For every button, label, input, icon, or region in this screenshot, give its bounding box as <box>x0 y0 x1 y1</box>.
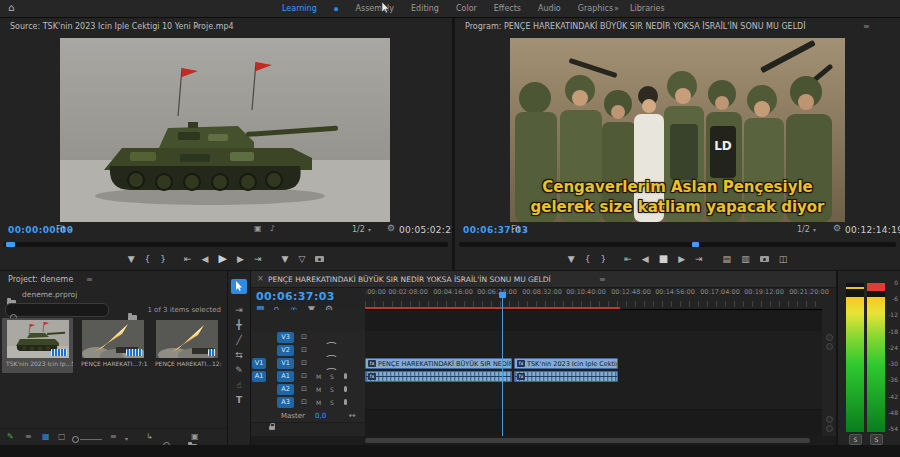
sync-lock-icon[interactable]: ⊡ <box>301 333 307 341</box>
track-target-v3[interactable]: V3 <box>277 332 294 343</box>
hand-tool[interactable]: ☝ <box>228 380 250 390</box>
source-patch-v1[interactable]: V1 <box>252 358 266 369</box>
new-bin-button[interactable] <box>188 444 197 445</box>
step-forward-button[interactable]: ▶ <box>678 253 685 265</box>
new-item-button[interactable]: ▣ <box>191 432 199 441</box>
go-to-out-button[interactable]: ⇥ <box>695 253 703 265</box>
lock-icon[interactable] <box>269 426 275 430</box>
slip-tool[interactable]: ⇆ <box>228 350 250 360</box>
go-to-in-button[interactable]: ⇤ <box>184 253 192 265</box>
ripple-edit-tool[interactable]: ╋ <box>228 320 250 330</box>
project-item-sequence[interactable]: PENÇE HAREKATI...12:14:19 <box>151 318 222 373</box>
vscroll-handle-dot[interactable] <box>826 425 833 432</box>
sort-icon[interactable]: ≡ <box>110 432 117 441</box>
mute-button[interactable]: M <box>316 373 321 380</box>
project-writable-icon[interactable]: ✎ <box>7 432 14 441</box>
source-scrubber[interactable] <box>4 242 448 247</box>
mute-button[interactable]: M <box>316 399 321 406</box>
go-to-out-button[interactable]: ⇥ <box>254 253 262 265</box>
type-tool[interactable]: T <box>228 395 250 405</box>
playhead-line[interactable] <box>502 297 503 436</box>
program-panel-menu-icon[interactable]: ≡ <box>863 22 870 31</box>
step-back-button[interactable]: ◀ <box>202 253 209 265</box>
tab-libraries[interactable]: Libraries <box>630 4 665 13</box>
solo-button[interactable]: S <box>330 399 334 406</box>
tab-learning[interactable]: Learning <box>282 4 317 13</box>
timeline-panel-menu-icon[interactable]: ≡ <box>599 275 606 284</box>
program-video-display[interactable]: LD Cengaverlerim Aslan Pençesiyle gelere… <box>510 38 845 222</box>
tab-editing[interactable]: Editing <box>411 4 439 13</box>
tab-graphics[interactable]: Graphics <box>578 4 613 13</box>
solo-button[interactable]: S <box>330 373 334 380</box>
project-item-tank[interactable]: TSK'nin 2023 Icin Ip...5:02:22 <box>2 318 73 373</box>
timeline-clip-video-2[interactable]: fx TSK'nin 2023 Icin Iple Cektigi 10 Yen… <box>514 358 618 369</box>
source-patch-a1[interactable]: A1 <box>252 371 266 382</box>
program-scrubber[interactable] <box>459 242 896 247</box>
pen-tool[interactable]: ✎ <box>228 365 250 375</box>
voiceover-mic-icon[interactable] <box>344 373 347 379</box>
mark-out-button[interactable]: } <box>600 253 606 265</box>
master-gain-value[interactable]: 0,0 <box>315 412 326 420</box>
zoom-slider-track[interactable] <box>80 439 102 440</box>
vscroll-handle-dot[interactable] <box>826 334 833 341</box>
step-back-button[interactable]: ◀ <box>642 253 649 265</box>
home-icon[interactable]: ⌂ <box>8 2 14 13</box>
solo-left-button[interactable]: S <box>849 434 862 445</box>
drag-video-icon[interactable]: ▣ <box>254 224 262 233</box>
tab-color[interactable]: Color <box>456 4 477 13</box>
razor-tool[interactable]: ╱ <box>228 335 250 345</box>
export-frame-icon[interactable] <box>315 256 324 262</box>
icon-view-button[interactable]: ▦ <box>42 432 50 441</box>
tab-audio[interactable]: Audio <box>538 4 561 13</box>
sync-lock-icon[interactable]: ⊡ <box>301 372 307 380</box>
freeform-view-button[interactable]: ▢ <box>58 432 66 441</box>
drag-audio-icon[interactable]: ♪ <box>270 224 275 233</box>
track-target-a2[interactable]: A2 <box>277 384 294 395</box>
comparison-view-button[interactable]: ◫ <box>779 253 788 265</box>
program-playhead-marker[interactable] <box>692 242 699 247</box>
mute-button[interactable]: M <box>316 386 321 393</box>
sequence-tab-title[interactable]: PENÇE HAREKATINDAKİ BÜYÜK SIR NEDİR YOKS… <box>268 275 551 284</box>
extract-button[interactable]: ▥ <box>741 253 750 265</box>
source-settings-wrench-icon[interactable]: ⚙ <box>387 223 395 233</box>
sync-lock-icon[interactable]: ⊡ <box>301 359 307 367</box>
workspace-overflow-chevron[interactable]: » <box>614 4 619 13</box>
lift-button[interactable]: ▤ <box>723 253 732 265</box>
source-resolution-select[interactable]: 1/2▾ <box>352 225 371 234</box>
project-breadcrumb[interactable]: deneme.prproj <box>22 290 77 299</box>
track-target-v2[interactable]: V2 <box>277 345 294 356</box>
project-search-input[interactable] <box>5 303 109 317</box>
insert-button[interactable]: ▼ <box>281 253 288 265</box>
program-settings-wrench-icon[interactable]: ⚙ <box>833 223 841 233</box>
mark-in-button[interactable]: { <box>145 253 151 265</box>
add-marker-button[interactable]: ▼ <box>568 253 575 265</box>
export-frame-icon[interactable] <box>760 256 769 262</box>
solo-right-button[interactable]: S <box>870 434 883 445</box>
source-video-display[interactable] <box>60 38 390 222</box>
go-to-in-button[interactable]: ⇤ <box>624 253 632 265</box>
timeline-timecode[interactable]: 00:06:37:03 <box>256 290 335 303</box>
program-zoom-select[interactable]: Fit▾ <box>511 225 526 234</box>
hscroll-handle[interactable] <box>365 438 810 443</box>
fit-horizontal-icon[interactable]: ↔ <box>349 411 356 420</box>
vscroll-handle-dot[interactable] <box>826 343 833 350</box>
step-forward-button[interactable]: ▶ <box>237 253 244 265</box>
track-target-a1[interactable]: A1 <box>277 371 294 382</box>
zoom-slider-handle[interactable] <box>72 436 79 443</box>
find-button[interactable] <box>163 442 170 445</box>
timeline-clip-video-1[interactable]: fx PENÇE HAREKATINDAKİ BÜYÜK SIR NEDİR Y… <box>365 358 512 369</box>
mark-out-button[interactable]: } <box>160 253 166 265</box>
source-panel-menu-icon[interactable]: ≡ <box>193 22 200 31</box>
voiceover-mic-icon[interactable] <box>344 399 347 405</box>
source-playhead-marker[interactable] <box>6 242 15 247</box>
vscroll-handle-dot[interactable] <box>826 416 833 423</box>
play-button[interactable]: ▶ <box>219 253 227 265</box>
add-marker-button[interactable]: ▼ <box>128 253 135 265</box>
project-panel-menu-icon[interactable]: ≡ <box>86 275 93 284</box>
solo-button[interactable]: S <box>330 386 334 393</box>
track-target-v1[interactable]: V1 <box>277 358 294 369</box>
selection-tool[interactable] <box>235 281 243 292</box>
overwrite-button[interactable]: ▽ <box>298 253 305 265</box>
mark-in-button[interactable]: { <box>585 253 591 265</box>
play-stop-button[interactable]: ■ <box>659 253 668 265</box>
